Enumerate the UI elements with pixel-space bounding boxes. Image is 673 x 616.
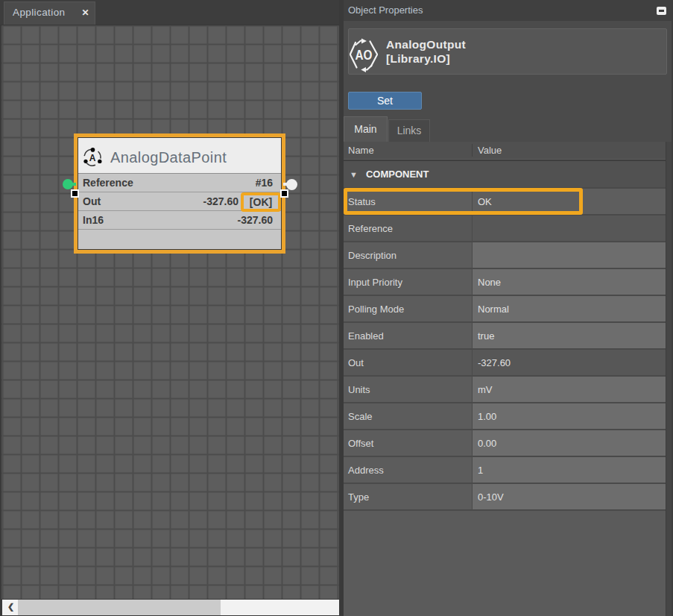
svg-text:AO: AO <box>356 47 373 63</box>
svg-text:A: A <box>89 153 96 163</box>
